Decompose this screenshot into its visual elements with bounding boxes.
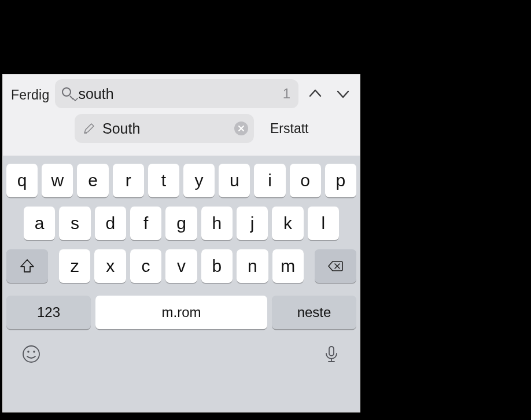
key-a[interactable]: a <box>24 207 55 240</box>
next-key[interactable]: neste <box>272 296 356 329</box>
find-replace-panel: Ferdig south 1 <box>2 74 360 412</box>
svg-rect-8 <box>329 347 334 356</box>
search-field[interactable]: south 1 <box>55 79 298 108</box>
shift-key[interactable] <box>6 249 48 283</box>
key-c[interactable]: c <box>130 249 161 283</box>
emoji-button[interactable] <box>21 344 41 364</box>
backspace-icon <box>327 258 344 274</box>
microphone-icon <box>322 344 341 364</box>
replace-button[interactable]: Erstatt <box>270 121 308 137</box>
search-input[interactable]: south <box>78 86 282 102</box>
key-o[interactable]: o <box>290 164 321 197</box>
numbers-key[interactable]: 123 <box>6 296 91 329</box>
key-f[interactable]: f <box>130 207 161 240</box>
key-k[interactable]: k <box>272 207 303 240</box>
key-y[interactable]: y <box>183 164 215 197</box>
keyboard: qwertyuiop asdfghjkl zxcvbnm 123 m.rom n… <box>3 156 360 412</box>
key-g[interactable]: g <box>165 207 197 240</box>
key-j[interactable]: j <box>237 207 268 240</box>
svg-point-5 <box>23 346 39 362</box>
pencil-icon <box>83 122 95 135</box>
keyboard-row-1: qwertyuiop <box>6 164 356 197</box>
clear-replace-button[interactable] <box>234 121 248 135</box>
key-w[interactable]: w <box>42 164 73 197</box>
key-x[interactable]: x <box>94 249 126 283</box>
result-count: 1 <box>283 86 290 102</box>
chevron-up-icon <box>308 86 323 101</box>
key-b[interactable]: b <box>201 249 233 283</box>
key-m[interactable]: m <box>272 249 304 283</box>
replace-input[interactable]: South <box>102 120 234 137</box>
search-toolbar: Ferdig south 1 <box>3 75 360 110</box>
key-s[interactable]: s <box>59 207 90 240</box>
key-r[interactable]: r <box>113 164 144 197</box>
svg-point-7 <box>33 351 35 353</box>
close-icon <box>238 125 245 132</box>
keyboard-row-3: zxcvbnm <box>6 249 356 283</box>
prev-result-button[interactable] <box>304 83 326 105</box>
key-v[interactable]: v <box>165 249 197 283</box>
key-e[interactable]: e <box>77 164 108 197</box>
key-d[interactable]: d <box>95 207 126 240</box>
keyboard-row-4: 123 m.rom neste <box>6 292 356 330</box>
replace-field[interactable]: South <box>75 114 254 143</box>
key-i[interactable]: i <box>254 164 285 197</box>
search-options-icon[interactable] <box>61 86 76 101</box>
key-q[interactable]: q <box>6 164 38 197</box>
key-z[interactable]: z <box>59 249 90 283</box>
chevron-down-icon <box>72 97 78 102</box>
next-result-button[interactable] <box>332 83 354 105</box>
key-p[interactable]: p <box>325 164 356 197</box>
key-h[interactable]: h <box>201 207 233 240</box>
magnifier-icon <box>62 87 71 97</box>
key-n[interactable]: n <box>237 249 268 283</box>
dictation-button[interactable] <box>322 344 341 364</box>
emoji-icon <box>21 344 41 364</box>
keyboard-bottom-bar <box>6 340 356 372</box>
shift-icon <box>19 258 35 274</box>
replace-toolbar: South Erstatt <box>67 110 360 148</box>
backspace-key[interactable] <box>315 249 356 283</box>
chevron-down-icon <box>335 86 351 101</box>
key-l[interactable]: l <box>308 207 339 240</box>
key-u[interactable]: u <box>219 164 250 197</box>
space-key[interactable]: m.rom <box>95 296 267 329</box>
key-t[interactable]: t <box>148 164 179 197</box>
svg-point-6 <box>27 351 30 353</box>
keyboard-row-2: asdfghjkl <box>6 207 356 240</box>
done-button[interactable]: Ferdig <box>11 85 49 103</box>
